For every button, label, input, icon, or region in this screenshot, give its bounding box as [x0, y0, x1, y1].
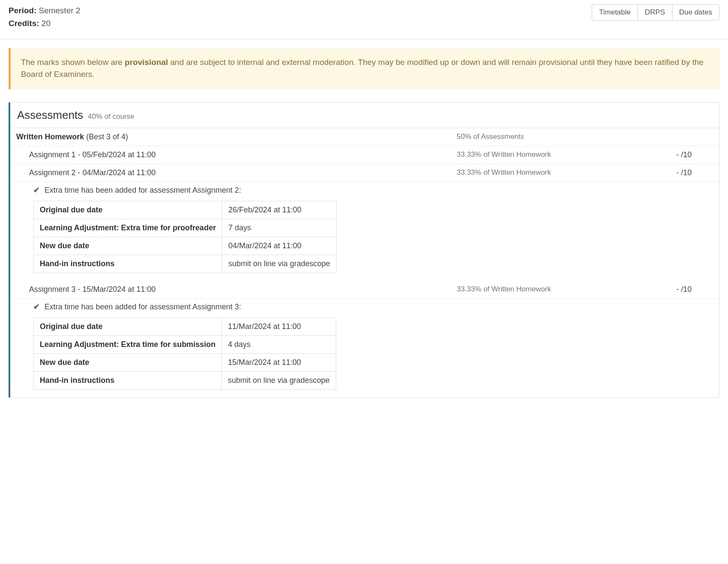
- extension-text: Extra time has been added for assessment…: [44, 303, 241, 311]
- period-value: Semester 2: [39, 6, 80, 15]
- item-label: Assignment 1 - 05/Feb/2024 at 11:00: [29, 150, 457, 159]
- extension-block: ✔ Extra time has been added for assessme…: [10, 182, 719, 281]
- item-label: Assignment 2 - 04/Mar/2024 at 11:00: [29, 168, 457, 177]
- extension-value: 04/Mar/2024 at 11:00: [222, 237, 336, 255]
- credits-value: 20: [41, 19, 50, 28]
- group-weight: 50% of Assessments: [457, 132, 636, 141]
- course-meta: Period: Semester 2 Credits: 20: [9, 4, 80, 30]
- alert-bold: provisional: [125, 58, 168, 67]
- item-weight: 33.33% of Written Homework: [457, 168, 636, 177]
- check-icon: ✔: [33, 302, 40, 311]
- extension-block: ✔ Extra time has been added for assessme…: [10, 299, 719, 397]
- extension-key: Original due date: [34, 201, 222, 219]
- period-label: Period:: [9, 6, 36, 15]
- alert-pre: The marks shown below are: [21, 58, 125, 67]
- extension-detail-row: Original due date26/Feb/2024 at 11:00: [34, 201, 337, 219]
- header-bar: Period: Semester 2 Credits: 20 Timetable…: [0, 0, 728, 39]
- extension-details-table: Original due date26/Feb/2024 at 11:00Lea…: [33, 201, 337, 273]
- provisional-alert: The marks shown below are provisional an…: [9, 48, 719, 89]
- item-mark: - /10: [636, 285, 713, 294]
- assessments-panel: Assessments 40% of course Written Homewo…: [9, 102, 719, 398]
- item-mark: - /10: [636, 150, 713, 159]
- credits-label: Credits:: [9, 19, 39, 28]
- panel-subtitle: 40% of course: [88, 112, 135, 120]
- extension-message: ✔ Extra time has been added for assessme…: [33, 302, 713, 311]
- extension-details-table: Original due date11/Mar/2024 at 11:00Lea…: [33, 317, 336, 390]
- extension-message: ✔ Extra time has been added for assessme…: [33, 185, 713, 195]
- extension-value: 11/Mar/2024 at 11:00: [222, 317, 336, 335]
- panel-title: Assessments: [17, 109, 83, 121]
- extension-key: Learning Adjustment: Extra time for proo…: [34, 219, 222, 237]
- extension-detail-row: Original due date11/Mar/2024 at 11:00: [34, 317, 336, 335]
- extension-detail-row: Learning Adjustment: Extra time for proo…: [34, 219, 337, 237]
- extension-key: Hand-in instructions: [34, 371, 222, 389]
- extension-detail-row: Learning Adjustment: Extra time for subm…: [34, 335, 336, 353]
- extension-key: Learning Adjustment: Extra time for subm…: [34, 335, 222, 353]
- panel-header: Assessments 40% of course: [10, 103, 719, 128]
- item-weight: 33.33% of Written Homework: [457, 285, 636, 294]
- item-weight: 33.33% of Written Homework: [457, 150, 636, 159]
- extension-key: Original due date: [34, 317, 222, 335]
- group-title: Written Homework: [16, 132, 84, 141]
- check-icon: ✔: [33, 185, 40, 195]
- extension-detail-row: New due date04/Mar/2024 at 11:00: [34, 237, 337, 255]
- extension-detail-row: New due date15/Mar/2024 at 11:00: [34, 353, 336, 371]
- assessment-item-row: Assignment 3 - 15/Mar/2024 at 11:00 33.3…: [10, 281, 719, 299]
- extension-key: New due date: [34, 353, 222, 371]
- extension-value: 7 days: [222, 219, 336, 237]
- extension-detail-row: Hand-in instructionssubmit on line via g…: [34, 371, 336, 389]
- extension-text: Extra time has been added for assessment…: [44, 186, 241, 194]
- drps-button[interactable]: DRPS: [637, 4, 672, 21]
- extension-detail-row: Hand-in instructionssubmit on line via g…: [34, 255, 337, 273]
- item-label: Assignment 3 - 15/Mar/2024 at 11:00: [29, 285, 457, 294]
- extension-value: 15/Mar/2024 at 11:00: [222, 353, 336, 371]
- extension-value: 4 days: [222, 335, 336, 353]
- extension-key: New due date: [34, 237, 222, 255]
- assessment-group-row: Written Homework (Best 3 of 4) 50% of As…: [10, 128, 719, 146]
- group-rule: (Best 3 of 4): [84, 132, 128, 141]
- assessment-item-row: Assignment 2 - 04/Mar/2024 at 11:00 33.3…: [10, 164, 719, 182]
- timetable-button[interactable]: Timetable: [592, 4, 638, 21]
- due-dates-button[interactable]: Due dates: [672, 4, 720, 21]
- extension-key: Hand-in instructions: [34, 255, 222, 273]
- item-mark: - /10: [636, 168, 713, 177]
- extension-value: submit on line via gradescope: [222, 371, 336, 389]
- extension-value: submit on line via gradescope: [222, 255, 336, 273]
- extension-value: 26/Feb/2024 at 11:00: [222, 201, 336, 219]
- assessment-item-row: Assignment 1 - 05/Feb/2024 at 11:00 33.3…: [10, 146, 719, 164]
- action-buttons: Timetable DRPS Due dates: [592, 4, 719, 21]
